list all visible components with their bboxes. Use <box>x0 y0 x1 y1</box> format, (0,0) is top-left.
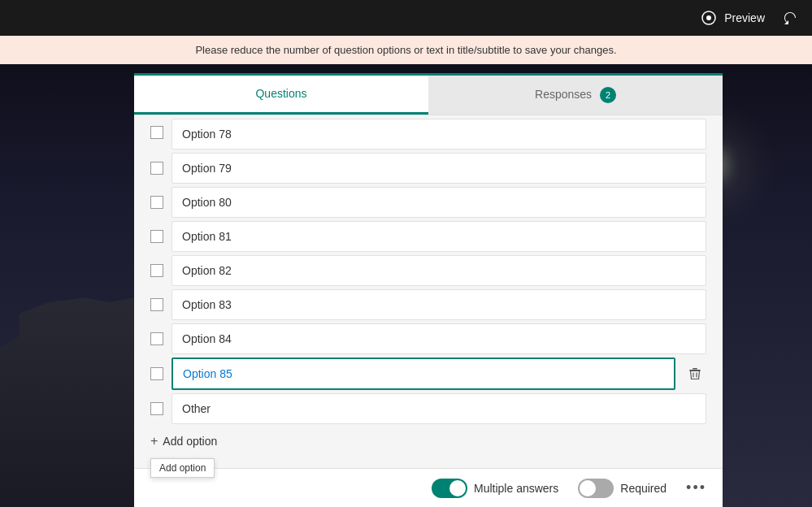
option-checkbox-79[interactable] <box>150 162 163 175</box>
option-input-84[interactable] <box>172 323 706 354</box>
topbar: Preview <box>0 0 812 36</box>
option-row-81 <box>150 221 706 252</box>
main-panel: Questions Responses 2 <box>134 73 723 507</box>
extra-icon-button[interactable] <box>781 9 799 27</box>
tab-questions-label: Questions <box>255 87 306 100</box>
option-row-other <box>150 393 706 424</box>
option-input-80[interactable] <box>172 187 706 218</box>
required-knob <box>580 480 596 496</box>
tab-responses[interactable]: Responses 2 <box>428 76 723 115</box>
option-checkbox-other[interactable] <box>150 402 163 415</box>
option-input-82[interactable] <box>172 255 706 286</box>
multiple-answers-toggle[interactable] <box>432 479 467 498</box>
option-row-85 <box>150 358 706 390</box>
option-checkbox-82[interactable] <box>150 264 163 277</box>
preview-icon <box>700 9 718 27</box>
more-options-button[interactable]: ••• <box>686 479 706 496</box>
svg-point-1 <box>706 15 711 20</box>
option-row-82 <box>150 255 706 286</box>
option-input-79[interactable] <box>172 153 706 184</box>
preview-button[interactable]: Preview <box>700 9 765 27</box>
tab-responses-label: Responses <box>535 88 592 101</box>
add-option-label: Add option <box>163 435 217 448</box>
add-option-row[interactable]: + Add option Add option <box>134 427 723 455</box>
option-input-78[interactable] <box>172 119 706 150</box>
option-checkbox-80[interactable] <box>150 196 163 209</box>
required-toggle[interactable] <box>578 479 614 498</box>
option-checkbox-83[interactable] <box>150 298 163 311</box>
option-row-84 <box>150 323 706 354</box>
option-input-other[interactable] <box>172 393 706 424</box>
option-row-80 <box>150 187 706 218</box>
extra-icon <box>781 9 799 27</box>
delete-icon <box>688 366 702 381</box>
option-checkbox-81[interactable] <box>150 230 163 243</box>
option-checkbox-85[interactable] <box>150 367 163 380</box>
options-scroll-area[interactable]: + Add option Add option <box>134 115 723 507</box>
option-checkbox-78[interactable] <box>150 126 163 139</box>
tab-questions[interactable]: Questions <box>134 76 428 115</box>
option-delete-85[interactable] <box>684 362 706 385</box>
option-input-81[interactable] <box>172 221 706 252</box>
option-row-83 <box>150 289 706 320</box>
more-icon: ••• <box>686 479 706 496</box>
required-control: Required <box>578 479 667 498</box>
option-row-78 <box>150 115 706 150</box>
responses-badge: 2 <box>600 87 616 103</box>
svg-rect-3 <box>693 368 697 370</box>
option-checkbox-84[interactable] <box>150 332 163 345</box>
warning-text: Please reduce the number of question opt… <box>195 44 616 56</box>
multiple-answers-control: Multiple answers <box>432 479 558 498</box>
option-row-79 <box>150 153 706 184</box>
add-option-tooltip: Add option <box>150 458 215 478</box>
multiple-answers-knob <box>449 480 466 496</box>
option-input-85[interactable] <box>172 358 675 390</box>
add-option-plus-icon: + <box>150 434 158 448</box>
bottom-toolbar: Multiple answers Required ••• <box>134 468 723 507</box>
preview-label: Preview <box>724 11 765 24</box>
option-input-83[interactable] <box>172 289 706 320</box>
tooltip-text: Add option <box>159 462 206 474</box>
required-label: Required <box>620 482 667 495</box>
options-list <box>134 115 723 424</box>
tabs-bar: Questions Responses 2 <box>134 76 723 115</box>
multiple-answers-label: Multiple answers <box>474 482 558 495</box>
warning-banner: Please reduce the number of question opt… <box>0 36 812 64</box>
